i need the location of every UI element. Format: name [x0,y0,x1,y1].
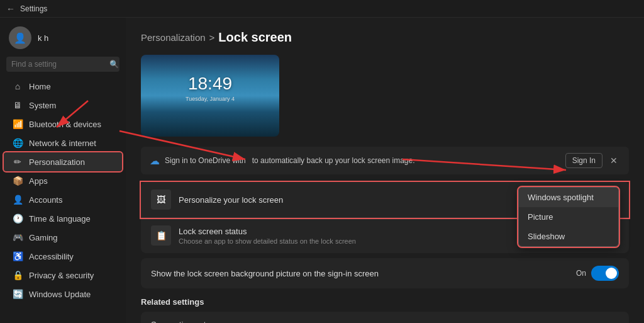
screen-timeout-text: Screen timeout [151,320,611,324]
titlebar-title: Settings [20,4,47,13]
gaming-icon: 🎮 [13,232,23,242]
lock-preview-date: Tuesday, January 4 [186,96,235,102]
sidebar-item-network[interactable]: 🌐 Network & internet [4,133,122,152]
lock-preview-time: 18:49 [188,74,232,94]
toggle-switch[interactable] [591,266,619,281]
sidebar-item-label: Gaming [29,233,58,242]
toggle-section: Show the lock screen background picture … [141,258,629,288]
sidebar-item-label: Windows Update [29,290,91,299]
sidebar-item-label: Apps [29,176,48,186]
back-button[interactable]: ← [6,4,15,14]
toggle-row: Show the lock screen background picture … [141,258,629,288]
screen-timeout-row[interactable]: Screen timeout › [141,312,629,323]
main-layout: 👤 k h 🔍 ⌂ Home 🖥 System 📶 Bluetooth & de… [0,18,644,323]
home-icon: ⌂ [13,81,23,91]
dropdown-option-picture[interactable]: Picture [519,207,618,227]
sidebar-item-privacy[interactable]: 🔒 Privacy & security [4,266,122,285]
settings-section: 🖼 Personalize your lock screen Windows s… [141,182,629,253]
search-input[interactable] [11,60,106,69]
user-name: k h [38,33,48,43]
sidebar-item-label: Accessibility [29,252,74,261]
screen-timeout-arrow: › [616,319,619,323]
accounts-icon: 👤 [13,195,23,205]
titlebar: ← Settings [0,0,644,18]
sidebar-item-label: Accounts [29,195,62,205]
sidebar-item-label: System [29,101,56,110]
sidebar: 👤 k h 🔍 ⌂ Home 🖥 System 📶 Bluetooth & de… [0,18,126,323]
onedrive-text-after: to automatically back up your lock scree… [252,156,415,165]
avatar: 👤 [9,26,31,49]
sidebar-item-personalization[interactable]: ✏ Personalization [4,152,122,171]
onedrive-icon: ☁ [150,155,160,167]
toggle-value: On [576,269,586,278]
onedrive-signin-button[interactable]: Sign In [565,153,602,168]
personalize-icon: 🖼 [151,190,171,210]
lock-status-icon: 📋 [151,225,171,246]
privacy-icon: 🔒 [13,270,23,280]
system-icon: 🖥 [13,100,23,110]
screen-timeout-title: Screen timeout [151,320,611,324]
sidebar-item-label: Personalization [29,157,85,167]
apps-icon: 📦 [13,176,23,186]
windows-update-icon: 🔄 [13,289,23,299]
onedrive-text-before: Sign in to OneDrive with [165,156,246,165]
onedrive-text: Sign in to OneDrive with to automaticall… [165,156,560,165]
sidebar-item-bluetooth[interactable]: 📶 Bluetooth & devices [4,115,122,133]
bluetooth-icon: 📶 [13,119,23,129]
sidebar-item-time[interactable]: 🕐 Time & language [4,209,122,228]
breadcrumb-separator: > [209,32,215,43]
sidebar-item-label: Home [29,82,51,91]
user-profile: 👤 k h [0,21,126,57]
sidebar-item-label: Time & language [29,214,91,224]
breadcrumb: Personalization > Lock screen [141,30,629,45]
network-icon: 🌐 [13,138,23,148]
personalize-row[interactable]: 🖼 Personalize your lock screen Windows s… [141,182,629,218]
sidebar-item-label: Privacy & security [29,271,94,280]
search-box[interactable]: 🔍 [6,57,119,72]
dropdown-option-spotlight[interactable]: Windows spotlight [519,188,618,207]
sidebar-item-gaming[interactable]: 🎮 Gaming [4,228,122,247]
toggle-label: Show the lock screen background picture … [151,269,576,278]
personalization-icon: ✏ [13,157,23,167]
related-settings-section: Screen timeout › Screen saver ↗ [141,312,629,323]
sidebar-item-home[interactable]: ⌂ Home [4,77,122,96]
content-area: Personalization > Lock screen 18:49 Tues… [126,18,644,323]
search-icon: 🔍 [109,60,119,69]
toggle-title: Show the lock screen background picture … [151,269,576,278]
accessibility-icon: ♿ [13,251,23,261]
onedrive-banner: ☁ Sign in to OneDrive with to automatica… [141,147,629,174]
sidebar-item-windows-update[interactable]: 🔄 Windows Update [4,285,122,303]
breadcrumb-parent[interactable]: Personalization [141,32,206,43]
sidebar-item-accounts[interactable]: 👤 Accounts [4,190,122,209]
dropdown-option-slideshow[interactable]: Slideshow [519,227,618,246]
time-icon: 🕐 [13,213,23,224]
sidebar-item-label: Network & internet [29,139,96,148]
related-settings-header: Related settings [141,297,629,307]
personalize-dropdown[interactable]: Windows spotlight Picture Slideshow [518,187,619,247]
lock-screen-preview: 18:49 Tuesday, January 4 [141,55,279,137]
onedrive-close-button[interactable]: ✕ [608,156,620,166]
sidebar-item-label: Bluetooth & devices [29,120,101,129]
breadcrumb-current: Lock screen [218,30,292,45]
sidebar-item-accessibility[interactable]: ♿ Accessibility [4,247,122,266]
sidebar-item-apps[interactable]: 📦 Apps [4,171,122,190]
sidebar-item-system[interactable]: 🖥 System [4,96,122,115]
